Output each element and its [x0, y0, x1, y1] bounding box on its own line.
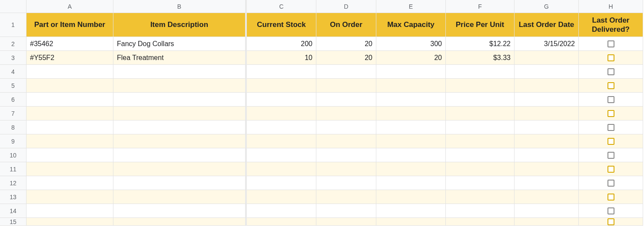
cell-H10[interactable]	[579, 148, 643, 162]
cell-F6[interactable]	[446, 93, 515, 107]
cell-C6[interactable]	[247, 93, 316, 107]
cell-E15[interactable]	[376, 218, 446, 226]
checkbox-icon[interactable]	[607, 54, 614, 61]
cell-H8[interactable]	[579, 120, 643, 134]
checkbox-icon[interactable]	[607, 218, 614, 225]
col-header-H[interactable]: H	[579, 0, 643, 13]
cell-G7[interactable]	[515, 107, 579, 120]
cell-C3[interactable]: 10	[247, 51, 316, 65]
cell-B2[interactable]: Fancy Dog Collars	[113, 37, 247, 51]
cell-E6[interactable]	[376, 93, 446, 107]
checkbox-icon[interactable]	[607, 152, 614, 159]
checkbox-icon[interactable]	[607, 124, 614, 131]
cell-G15[interactable]	[515, 218, 579, 226]
cell-C5[interactable]	[247, 79, 316, 93]
cell-H13[interactable]	[579, 190, 643, 204]
cell-D12[interactable]	[316, 176, 376, 190]
cell-B10[interactable]	[113, 148, 247, 162]
col-header-A[interactable]: A	[27, 0, 113, 13]
checkbox-icon[interactable]	[607, 110, 614, 117]
cell-G10[interactable]	[515, 148, 579, 162]
cell-C4[interactable]	[247, 65, 316, 79]
cell-H2[interactable]	[579, 37, 643, 51]
checkbox-icon[interactable]	[607, 207, 614, 214]
cell-F7[interactable]	[446, 107, 515, 120]
cell-H12[interactable]	[579, 176, 643, 190]
cell-A10[interactable]	[27, 148, 113, 162]
header-cell-H[interactable]: Last Order Delivered?	[579, 13, 643, 37]
cell-A6[interactable]	[27, 93, 113, 107]
cell-D4[interactable]	[316, 65, 376, 79]
cell-B13[interactable]	[113, 190, 247, 204]
row-header-7[interactable]: 7	[0, 107, 27, 120]
row-header-3[interactable]: 3	[0, 51, 27, 65]
cell-D3[interactable]: 20	[316, 51, 376, 65]
cell-E7[interactable]	[376, 107, 446, 120]
row-header-2[interactable]: 2	[0, 37, 27, 51]
row-header-10[interactable]: 10	[0, 148, 27, 162]
cell-A3[interactable]: #Y55F2	[27, 51, 113, 65]
cell-C9[interactable]	[247, 134, 316, 148]
cell-H9[interactable]	[579, 134, 643, 148]
cell-E10[interactable]	[376, 148, 446, 162]
cell-A2[interactable]: #35462	[27, 37, 113, 51]
header-cell-B[interactable]: Item Description	[113, 13, 247, 37]
row-header-15[interactable]: 15	[0, 218, 27, 226]
row-header-6[interactable]: 6	[0, 93, 27, 107]
row-header-14[interactable]: 14	[0, 204, 27, 218]
cell-D15[interactable]	[316, 218, 376, 226]
checkbox-icon[interactable]	[607, 166, 614, 173]
cell-G12[interactable]	[515, 176, 579, 190]
cell-E11[interactable]	[376, 162, 446, 176]
cell-B6[interactable]	[113, 93, 247, 107]
checkbox-icon[interactable]	[607, 180, 614, 187]
cell-B9[interactable]	[113, 134, 247, 148]
corner-select-all[interactable]	[0, 0, 27, 13]
cell-D10[interactable]	[316, 148, 376, 162]
cell-C13[interactable]	[247, 190, 316, 204]
cell-F5[interactable]	[446, 79, 515, 93]
cell-E9[interactable]	[376, 134, 446, 148]
cell-A8[interactable]	[27, 120, 113, 134]
cell-C8[interactable]	[247, 120, 316, 134]
cell-F8[interactable]	[446, 120, 515, 134]
row-header-12[interactable]: 12	[0, 176, 27, 190]
checkbox-icon[interactable]	[607, 82, 614, 89]
cell-E3[interactable]: 20	[376, 51, 446, 65]
row-header-8[interactable]: 8	[0, 120, 27, 134]
checkbox-icon[interactable]	[607, 138, 614, 145]
cell-D11[interactable]	[316, 162, 376, 176]
cell-D8[interactable]	[316, 120, 376, 134]
cell-A7[interactable]	[27, 107, 113, 120]
cell-F13[interactable]	[446, 190, 515, 204]
cell-H4[interactable]	[579, 65, 643, 79]
cell-C10[interactable]	[247, 148, 316, 162]
row-header-4[interactable]: 4	[0, 65, 27, 79]
cell-C2[interactable]: 200	[247, 37, 316, 51]
cell-A5[interactable]	[27, 79, 113, 93]
cell-G11[interactable]	[515, 162, 579, 176]
cell-H11[interactable]	[579, 162, 643, 176]
cell-E2[interactable]: 300	[376, 37, 446, 51]
cell-F9[interactable]	[446, 134, 515, 148]
cell-A15[interactable]	[27, 218, 113, 226]
row-header-11[interactable]: 11	[0, 162, 27, 176]
cell-A14[interactable]	[27, 204, 113, 218]
cell-F10[interactable]	[446, 148, 515, 162]
cell-E5[interactable]	[376, 79, 446, 93]
col-header-C[interactable]: C	[247, 0, 316, 13]
cell-B5[interactable]	[113, 79, 247, 93]
checkbox-icon[interactable]	[607, 40, 614, 47]
cell-F4[interactable]	[446, 65, 515, 79]
cell-H7[interactable]	[579, 107, 643, 120]
header-cell-E[interactable]: Max Capacity	[376, 13, 446, 37]
cell-C11[interactable]	[247, 162, 316, 176]
cell-F11[interactable]	[446, 162, 515, 176]
cell-A9[interactable]	[27, 134, 113, 148]
cell-E14[interactable]	[376, 204, 446, 218]
cell-A11[interactable]	[27, 162, 113, 176]
cell-G14[interactable]	[515, 204, 579, 218]
cell-A4[interactable]	[27, 65, 113, 79]
cell-G3[interactable]	[515, 51, 579, 65]
cell-G2[interactable]: 3/15/2022	[515, 37, 579, 51]
